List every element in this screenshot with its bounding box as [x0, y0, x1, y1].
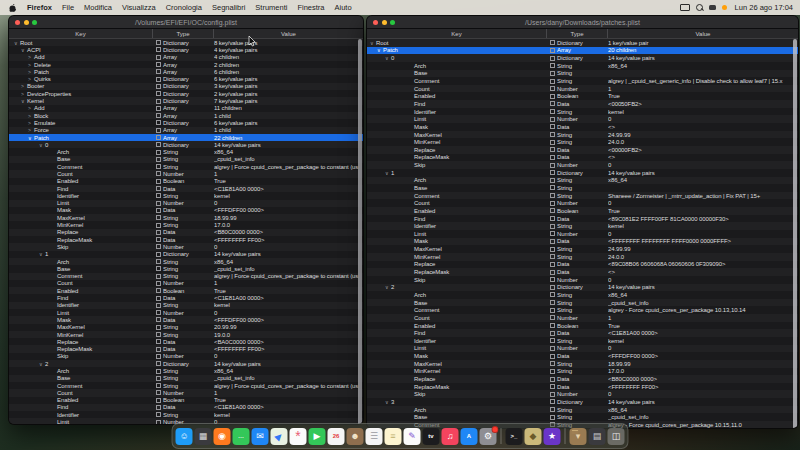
- disclosure-closed-icon[interactable]: >: [28, 113, 33, 119]
- table-row-identifier[interactable]: IdentifierStringkernel: [9, 411, 363, 418]
- table-row-comment[interactable]: CommentStringShaneee / Zormeister | _mtr…: [367, 192, 798, 200]
- table-row-comment[interactable]: CommentStringalgrey | _cpuid_set_generic…: [367, 77, 798, 85]
- disclosure-open-icon[interactable]: ∨: [385, 399, 390, 405]
- table-row-arch[interactable]: ArchStringx86_64: [367, 291, 798, 299]
- table-row-base[interactable]: BaseString_cpuid_set_info: [367, 413, 798, 421]
- table-row-0[interactable]: ∨0Dictionary14 key/value pairs: [9, 141, 363, 148]
- zoom-button[interactable]: [32, 20, 37, 25]
- table-row-block[interactable]: >BlockArray1 child: [9, 112, 363, 119]
- table-row-root[interactable]: ∨RootDictionary8 key/value pairs: [9, 39, 363, 46]
- table-row-count[interactable]: CountNumber1: [367, 85, 798, 93]
- table-row-0[interactable]: ∨0Dictionary14 key/value pairs: [367, 54, 798, 62]
- menu-item-cronologia[interactable]: Cronologia: [161, 3, 207, 12]
- table-row-identifier[interactable]: IdentifierStringkernel: [367, 222, 798, 230]
- apple-menu-icon[interactable]: [9, 4, 16, 12]
- table-row-mask[interactable]: MaskData<FFFFFFFF FFFFFFFF FFFF0000 0000…: [367, 238, 798, 246]
- table-row-patch[interactable]: ∨PatchArray20 children: [367, 47, 798, 55]
- scrollbar[interactable]: [793, 39, 797, 429]
- menu-item-visualizza[interactable]: Visualizza: [117, 3, 161, 12]
- table-row-find[interactable]: FindData<C1E81A00 0000>: [9, 185, 363, 192]
- table-row-enabled[interactable]: EnabledBooleanTrue: [9, 287, 363, 294]
- menu-bar-clock[interactable]: Lun 26 ago 17:04: [735, 3, 793, 12]
- table-row-count[interactable]: CountNumber1: [9, 170, 363, 177]
- table-row-arch[interactable]: ArchStringx86_64: [367, 406, 798, 414]
- dock-icon-maps[interactable]: ▶: [271, 428, 288, 445]
- table-row-base[interactable]: BaseString_cpuid_set_info: [9, 156, 363, 163]
- disclosure-open-icon[interactable]: ∨: [39, 251, 44, 257]
- table-row-maxkernel[interactable]: MaxKernelString20.99.99: [9, 324, 363, 331]
- table-row-patch[interactable]: >PatchArray6 children: [9, 68, 363, 75]
- table-row-arch[interactable]: ArchStringx86_64: [367, 177, 798, 185]
- disclosure-closed-icon[interactable]: >: [28, 105, 33, 111]
- table-row-2[interactable]: ∨2Dictionary14 key/value pairs: [9, 360, 363, 367]
- table-row-deviceproperties[interactable]: >DevicePropertiesDictionary2 key/value p…: [9, 90, 363, 97]
- dock-icon-documents-stack[interactable]: ▤: [589, 428, 606, 445]
- table-row-enabled[interactable]: EnabledBooleanTrue: [367, 207, 798, 215]
- table-row-limit[interactable]: LimitNumber0: [9, 200, 363, 207]
- table-row-comment[interactable]: CommentStringalgrey | Force cpuid_cores_…: [9, 382, 363, 389]
- control-center-icon[interactable]: [709, 5, 716, 10]
- table-row-replacemask[interactable]: ReplaceMaskData<FFFFFFFF FF00>: [9, 236, 363, 243]
- table-row-base[interactable]: BaseString_cpuid_set_info: [9, 265, 363, 272]
- table-row-delete[interactable]: >DeleteArray2 children: [9, 61, 363, 68]
- table-row-arch[interactable]: ArchStringx86_64: [9, 148, 363, 155]
- dock-icon-messages[interactable]: …: [233, 428, 250, 445]
- table-row-arch[interactable]: ArchStringx86_64: [9, 258, 363, 265]
- table-row-replacemask[interactable]: ReplaceMaskData<FFFFFFFF FF00>: [367, 383, 798, 391]
- dock-icon-notes[interactable]: ≡: [385, 428, 402, 445]
- table-row-limit[interactable]: LimitNumber0: [367, 345, 798, 353]
- table-row-maxkernel[interactable]: MaxKernelString18.99.99: [9, 214, 363, 221]
- table-row-mask[interactable]: MaskData<FFFDFF00 0000>: [9, 316, 363, 323]
- table-row-minkernel[interactable]: MinKernelString17.0.0: [9, 221, 363, 228]
- search-icon[interactable]: [696, 4, 703, 11]
- dock-icon-launchpad[interactable]: ▦: [195, 428, 212, 445]
- table-row-count[interactable]: CountNumber1: [9, 280, 363, 287]
- table-row-root[interactable]: ∨RootDictionary1 key/value pair: [367, 39, 798, 47]
- table-row-base[interactable]: BaseString_cpuid_set_info: [9, 375, 363, 382]
- table-row-maxkernel[interactable]: MaxKernelString18.99.99: [367, 360, 798, 368]
- table-row-minkernel[interactable]: MinKernelString24.0.0: [367, 138, 798, 146]
- table-row-patch[interactable]: ∨PatchArray22 children: [9, 134, 363, 141]
- menu-item-modifica[interactable]: Modifica: [79, 3, 117, 12]
- dock-icon-reminders[interactable]: ☰: [366, 428, 383, 445]
- window-titlebar[interactable]: /Users/dany/Downloads/patches.plist: [367, 16, 798, 29]
- table-row-count[interactable]: CountNumber1: [9, 389, 363, 396]
- table-row-emulate[interactable]: >EmulateDictionary6 key/value pairs: [9, 119, 363, 126]
- table-row-replace[interactable]: ReplaceData<89C08B06 0606068A 06060606 0…: [367, 261, 798, 269]
- dock-icon-tv[interactable]: tv: [423, 428, 440, 445]
- table-row-comment[interactable]: CommentStringalgrey | Force cpuid_cores_…: [9, 273, 363, 280]
- table-row-arch[interactable]: ArchStringx86_64: [367, 62, 798, 70]
- table-row-add[interactable]: >AddArray4 children: [9, 54, 363, 61]
- disclosure-open-icon[interactable]: ∨: [39, 142, 44, 148]
- table-row-maxkernel[interactable]: MaxKernelString24.99.99: [367, 245, 798, 253]
- column-header-type[interactable]: Type: [547, 29, 608, 38]
- table-row-3[interactable]: ∨3Dictionary14 key/value pairs: [367, 398, 798, 406]
- table-row-skip[interactable]: SkipNumber0: [9, 243, 363, 250]
- scrollbar[interactable]: [358, 39, 362, 425]
- disclosure-closed-icon[interactable]: >: [28, 54, 33, 60]
- disclosure-open-icon[interactable]: ∨: [385, 284, 390, 290]
- table-row-base[interactable]: BaseString: [367, 184, 798, 192]
- disclosure-closed-icon[interactable]: >: [28, 62, 33, 68]
- disclosure-closed-icon[interactable]: >: [28, 127, 33, 133]
- minimize-button[interactable]: [24, 20, 29, 25]
- table-row-comment[interactable]: CommentStringalgrey | Force cpuid_cores_…: [9, 163, 363, 170]
- table-row-1[interactable]: ∨1Dictionary14 key/value pairs: [367, 169, 798, 177]
- table-row-minkernel[interactable]: MinKernelString24.0.0: [367, 253, 798, 261]
- table-row-skip[interactable]: SkipNumber0: [367, 161, 798, 169]
- table-row-skip[interactable]: SkipNumber0: [9, 353, 363, 360]
- table-row-limit[interactable]: LimitNumber0: [9, 309, 363, 316]
- column-header-value[interactable]: Value: [608, 29, 798, 38]
- dock-icon-downloads-folder[interactable]: ▾: [570, 428, 587, 445]
- table-row-minkernel[interactable]: MinKernelString19.0.0: [9, 331, 363, 338]
- dock-icon-music[interactable]: ♫: [442, 428, 459, 445]
- disclosure-open-icon[interactable]: ∨: [385, 55, 390, 61]
- display-icon[interactable]: [680, 4, 690, 11]
- table-row-add[interactable]: >AddArray11 children: [9, 105, 363, 112]
- close-button[interactable]: [373, 20, 378, 25]
- menu-item-finestra[interactable]: Finestra: [292, 3, 329, 12]
- column-header-type[interactable]: Type: [153, 29, 214, 38]
- dock-icon-facetime[interactable]: ▶: [309, 428, 326, 445]
- table-row-base[interactable]: BaseString: [367, 70, 798, 78]
- disclosure-open-icon[interactable]: ∨: [377, 47, 382, 53]
